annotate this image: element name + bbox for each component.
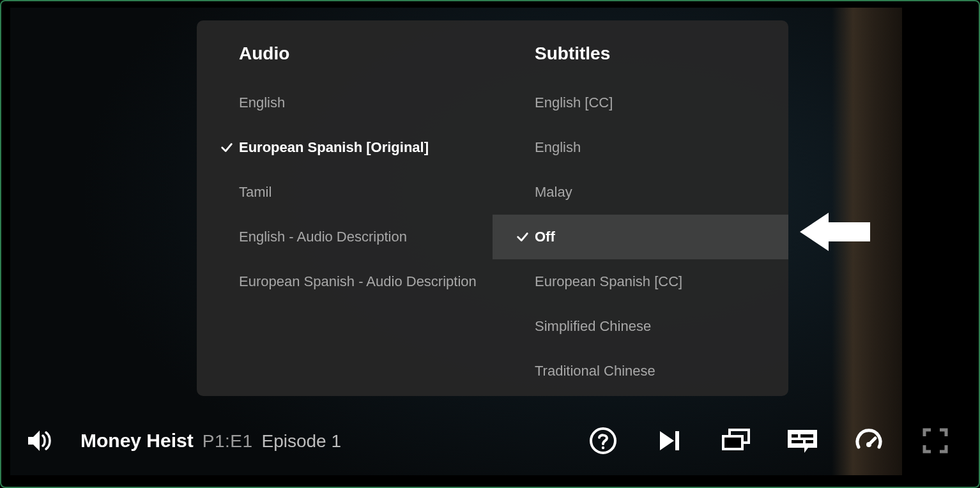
volume-icon	[24, 425, 55, 456]
audio-header: Audio	[197, 36, 493, 80]
audio-option-label: European Spanish [Original]	[239, 139, 429, 156]
audio-option-label: Tamil	[239, 184, 272, 201]
audio-option-label: English	[239, 95, 285, 111]
subtitle-option[interactable]: Traditional Chinese	[493, 349, 788, 393]
audio-subtitles-popup: Audio EnglishEuropean Spanish [Original]…	[197, 20, 788, 396]
audio-option[interactable]: European Spanish [Original]	[197, 125, 493, 170]
next-episode-button[interactable]	[650, 422, 689, 460]
audio-option[interactable]: European Spanish - Audio Description	[197, 259, 493, 304]
right-controls	[584, 422, 954, 460]
audio-option-label: English - Audio Description	[239, 229, 407, 245]
episode-name: Episode 1	[262, 431, 342, 452]
subtitle-option-label: Malay	[535, 184, 572, 201]
svg-point-2	[602, 446, 604, 449]
player-frame: Audio EnglishEuropean Spanish [Original]…	[0, 0, 980, 488]
video-pillarbox-black	[902, 8, 970, 475]
volume-button[interactable]	[20, 422, 59, 460]
check-icon	[215, 141, 239, 155]
subtitle-option-label: Off	[535, 229, 555, 245]
next-episode-icon	[655, 426, 684, 455]
subtitles-header: Subtitles	[493, 36, 788, 80]
audio-option[interactable]: English - Audio Description	[197, 215, 493, 259]
help-button[interactable]	[584, 422, 622, 460]
player-controls: Money Heist P1:E1 Episode 1	[20, 422, 960, 460]
help-icon	[588, 426, 618, 455]
subtitle-option-label: European Spanish [CC]	[535, 273, 682, 290]
audio-option-label: European Spanish - Audio Description	[239, 273, 477, 290]
subtitles-icon	[785, 426, 820, 455]
svg-marker-3	[660, 431, 674, 450]
subtitles-column: Subtitles English [CC]EnglishMalayOffEur…	[493, 36, 788, 396]
audio-option[interactable]: Tamil	[197, 170, 493, 215]
title-block: Money Heist P1:E1 Episode 1	[80, 430, 341, 452]
audio-options: EnglishEuropean Spanish [Original]TamilE…	[197, 80, 493, 304]
subtitles-button[interactable]	[783, 422, 822, 460]
svg-rect-7	[792, 434, 798, 438]
fullscreen-button[interactable]	[916, 422, 954, 460]
episode-code: P1:E1	[203, 431, 253, 452]
subtitle-option[interactable]: English [CC]	[493, 80, 788, 125]
subtitles-options: English [CC]EnglishMalayOffEuropean Span…	[493, 80, 788, 393]
subtitle-option[interactable]: European Spanish [CC]	[493, 259, 788, 304]
svg-point-1	[591, 429, 615, 453]
subtitle-option[interactable]: Simplified Chinese	[493, 304, 788, 349]
svg-rect-10	[806, 440, 813, 443]
subtitle-option-label: English [CC]	[535, 95, 613, 111]
subtitle-option-label: English	[535, 139, 581, 156]
check-icon	[510, 230, 535, 244]
subtitle-option-label: Simplified Chinese	[535, 318, 651, 335]
show-title: Money Heist	[80, 430, 194, 452]
episodes-button[interactable]	[717, 422, 755, 460]
svg-rect-6	[723, 436, 742, 449]
subtitle-option-label: Traditional Chinese	[535, 363, 655, 379]
subtitle-option[interactable]: Off	[493, 215, 788, 259]
audio-option[interactable]: English	[197, 80, 493, 125]
playback-speed-button[interactable]	[850, 422, 888, 460]
svg-rect-8	[800, 434, 813, 438]
speedometer-icon	[854, 425, 884, 456]
svg-rect-4	[675, 431, 679, 450]
video-pillarbox-texture	[832, 8, 902, 475]
episodes-icon	[719, 426, 753, 455]
subtitle-option[interactable]: English	[493, 125, 788, 170]
audio-column: Audio EnglishEuropean Spanish [Original]…	[197, 36, 493, 396]
svg-rect-9	[792, 440, 803, 443]
subtitle-option[interactable]: Malay	[493, 170, 788, 215]
fullscreen-icon	[921, 426, 950, 455]
svg-line-12	[869, 438, 875, 445]
